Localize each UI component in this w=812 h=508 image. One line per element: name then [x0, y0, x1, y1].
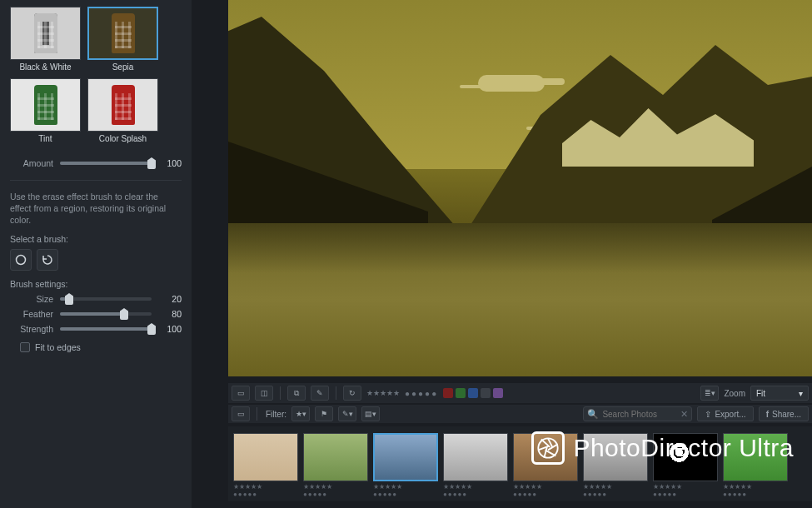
strength-label: Strength [10, 324, 53, 334]
color-label-swatches [443, 388, 503, 398]
swatch-red[interactable] [443, 388, 453, 398]
strength-value: 100 [158, 324, 182, 334]
amount-slider[interactable] [60, 162, 152, 165]
brush-circle-button[interactable] [10, 249, 32, 271]
search-icon: 🔍 [587, 409, 599, 420]
amount-slider-row: Amount 100 [10, 158, 182, 168]
share-label: Share... [772, 410, 801, 419]
facebook-icon: f [766, 410, 769, 419]
feather-value: 80 [158, 309, 182, 319]
search-wrap: 🔍 ✕ [583, 406, 692, 421]
brush-restore-button[interactable] [37, 249, 58, 271]
size-label: Size [10, 294, 53, 304]
preview-canvas[interactable] [228, 0, 812, 376]
erase-brush-hint: Use the erase effect brush to clear the … [10, 180, 182, 226]
effect-color-splash[interactable]: Color Splash [87, 78, 158, 143]
filter-flag-button[interactable]: ⚑ [315, 406, 333, 421]
crop-pen-button[interactable]: ✎ [311, 386, 329, 401]
effect-label: Sepia [87, 62, 158, 72]
view-compare-button[interactable]: ◫ [255, 386, 273, 401]
strength-slider-row: Strength 100 [10, 324, 182, 334]
svg-point-0 [17, 256, 26, 265]
fit-edges-checkbox[interactable] [20, 342, 30, 352]
filter-toolbar: ▭ Filter: ★▾ ⚑ ✎▾ ▤▾ 🔍 ✕ ⇪ Export... f S… [228, 405, 812, 423]
thumb-1[interactable]: ★★★★★●●●●● [303, 433, 368, 498]
effect-black-and-white[interactable]: Black & White [10, 7, 81, 72]
export-icon: ⇪ [705, 410, 711, 419]
view-single-button[interactable]: ▭ [232, 386, 250, 401]
effect-sepia[interactable]: Sepia [87, 7, 158, 72]
thumb-0[interactable]: ★★★★★●●●●● [233, 433, 298, 498]
thumb-4[interactable]: ★★★★★●●●●● [513, 433, 578, 498]
size-value: 20 [158, 294, 182, 304]
export-label: Export... [715, 410, 745, 419]
brush-selector [10, 249, 182, 271]
thumb-6[interactable]: ★★★★★●●●●● [653, 433, 718, 498]
search-input[interactable] [602, 410, 677, 419]
histogram-button[interactable]: ⧉ [287, 386, 306, 401]
filter-stack-button[interactable]: ▤▾ [361, 406, 380, 421]
swatch-purple[interactable] [493, 388, 503, 398]
thumb-2[interactable]: ★★★★★●●●●● [373, 433, 438, 498]
effect-tint[interactable]: Tint [10, 78, 81, 143]
thumb-5[interactable]: ★★★★★●●●●● [583, 433, 648, 498]
zoom-select[interactable]: Fit ▾ [750, 386, 809, 401]
brush-settings-label: Brush settings: [10, 279, 182, 289]
size-slider[interactable] [60, 297, 152, 301]
chevron-down-icon: ▾ [799, 389, 803, 398]
rating-stars[interactable]: ★★★★★ [366, 389, 400, 397]
close-icon[interactable]: ✕ [680, 409, 688, 420]
feather-slider-row: Feather 80 [10, 309, 182, 319]
zoom-value: Fit [756, 389, 765, 398]
swatch-blue[interactable] [468, 388, 478, 398]
effect-label: Tint [10, 134, 81, 143]
effect-grid: Black & White Sepia Tint Color Splash [10, 7, 182, 143]
canvas-toolbar: ▭ ◫ ⧉ ✎ ↻ ★★★★★ ●●●●● ≣▾ Zoom Fit ▾ [228, 383, 812, 403]
effect-label: Black & White [10, 62, 81, 72]
rotate-button[interactable]: ↻ [343, 386, 361, 401]
amount-label: Amount [10, 158, 53, 168]
filter-brush-button[interactable]: ✎▾ [338, 406, 356, 421]
size-slider-row: Size 20 [10, 294, 182, 304]
sort-button[interactable]: ≣▾ [700, 386, 719, 401]
zoom-label: Zoom [724, 389, 745, 398]
fit-edges-label: Fit to edges [35, 342, 81, 352]
strength-slider[interactable] [60, 327, 152, 331]
swatch-gray[interactable] [481, 388, 491, 398]
swatch-green[interactable] [456, 388, 466, 398]
fit-edges-row[interactable]: Fit to edges [20, 342, 182, 352]
share-button[interactable]: f Share... [759, 406, 809, 421]
filter-label: Filter: [266, 410, 286, 419]
filter-star-button[interactable]: ★▾ [291, 406, 310, 421]
filmstrip[interactable]: ★★★★★●●●●● ★★★★★●●●●● ★★★★★●●●●● ★★★★★●●… [228, 426, 812, 501]
rating-dots[interactable]: ●●●●● [405, 389, 438, 398]
amount-value: 100 [158, 158, 182, 168]
filmstrip-mode-button[interactable]: ▭ [232, 406, 250, 421]
feather-slider[interactable] [60, 312, 152, 316]
select-brush-label: Select a brush: [10, 234, 182, 244]
export-button[interactable]: ⇪ Export... [697, 406, 753, 421]
feather-label: Feather [10, 309, 53, 319]
effect-label: Color Splash [87, 134, 158, 143]
effects-sidebar: Black & White Sepia Tint Color Splash Am… [0, 0, 192, 508]
thumb-3[interactable]: ★★★★★●●●●● [443, 433, 508, 498]
thumb-7[interactable]: ★★★★★●●●●● [723, 433, 788, 498]
